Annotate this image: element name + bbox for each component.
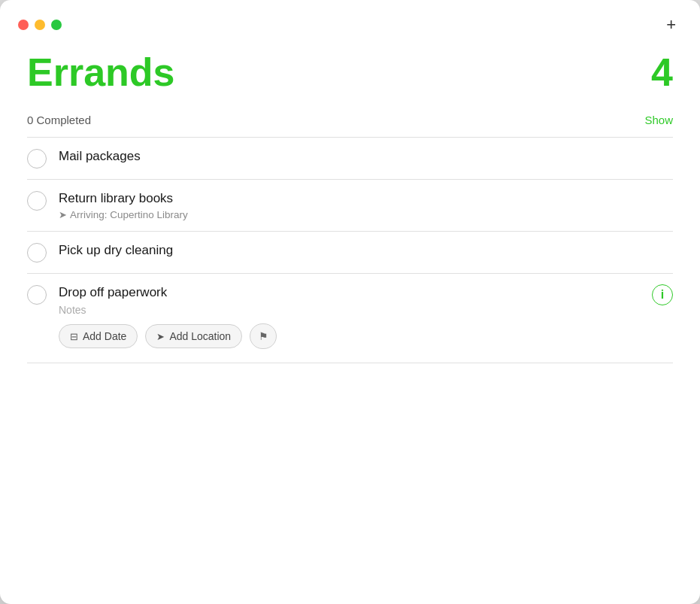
add-date-button[interactable]: ⊟ Add Date bbox=[59, 324, 138, 348]
add-location-button[interactable]: ➤ Add Location bbox=[145, 324, 242, 348]
calendar-icon: ⊟ bbox=[70, 331, 78, 342]
navigation-icon: ➤ bbox=[156, 331, 165, 342]
task-location-2: ➤ Arriving: Cupertino Library bbox=[59, 209, 673, 220]
close-button[interactable] bbox=[18, 20, 29, 30]
task-title-1: Mail packages bbox=[59, 148, 673, 165]
task-item-3: Pick up dry cleaning bbox=[27, 232, 673, 273]
task-count-badge: 4 bbox=[651, 51, 673, 94]
task-item-4: Drop off paperwork Notes ⊟ Add Date ➤ Ad… bbox=[27, 274, 673, 363]
title-bar: + bbox=[0, 0, 700, 44]
task-checkbox-3[interactable] bbox=[27, 243, 47, 263]
task-checkbox-4[interactable] bbox=[27, 285, 47, 305]
task-checkbox-2[interactable] bbox=[27, 191, 47, 211]
maximize-button[interactable] bbox=[51, 20, 62, 30]
task-item-wrapper-1: Mail packages bbox=[27, 138, 673, 180]
new-item-button[interactable]: + bbox=[660, 14, 682, 36]
task-title-2: Return library books bbox=[59, 190, 673, 207]
task-actions-4: ⊟ Add Date ➤ Add Location ⚑ bbox=[59, 323, 640, 349]
traffic-lights bbox=[18, 20, 62, 30]
minimize-button[interactable] bbox=[35, 20, 45, 30]
add-date-label: Add Date bbox=[83, 330, 126, 342]
task-divider-4 bbox=[27, 363, 673, 363]
flag-icon: ⚑ bbox=[259, 330, 268, 342]
task-location-text-2: Arriving: Cupertino Library bbox=[70, 209, 188, 220]
task-item-wrapper-4: Drop off paperwork Notes ⊟ Add Date ➤ Ad… bbox=[27, 274, 673, 363]
list-title: Errands bbox=[27, 51, 175, 94]
task-notes-4[interactable]: Notes bbox=[59, 304, 640, 316]
task-item-wrapper-3: Pick up dry cleaning bbox=[27, 232, 673, 274]
task-item-1: Mail packages bbox=[27, 138, 673, 179]
location-arrow-icon: ➤ bbox=[59, 209, 67, 220]
task-item-wrapper-2: Return library books ➤ Arriving: Cuperti… bbox=[27, 180, 673, 232]
task-body-1: Mail packages bbox=[59, 148, 673, 165]
task-title-3: Pick up dry cleaning bbox=[59, 242, 673, 259]
completed-row: 0 Completed Show bbox=[27, 106, 673, 134]
task-checkbox-1[interactable] bbox=[27, 149, 47, 168]
list-header: Errands 4 bbox=[27, 51, 673, 94]
task-title-4: Drop off paperwork bbox=[59, 284, 640, 301]
task-body-3: Pick up dry cleaning bbox=[59, 242, 673, 259]
info-icon: i bbox=[661, 288, 664, 302]
show-completed-button[interactable]: Show bbox=[644, 114, 673, 126]
task-body-4: Drop off paperwork Notes ⊟ Add Date ➤ Ad… bbox=[59, 284, 640, 349]
task-info-button-4[interactable]: i bbox=[652, 284, 673, 305]
app-window: + Errands 4 0 Completed Show Mail packag… bbox=[0, 0, 700, 604]
flag-button[interactable]: ⚑ bbox=[250, 323, 277, 349]
task-item-2: Return library books ➤ Arriving: Cuperti… bbox=[27, 180, 673, 231]
completed-label: 0 Completed bbox=[27, 114, 91, 126]
task-body-2: Return library books ➤ Arriving: Cuperti… bbox=[59, 190, 673, 220]
add-location-label: Add Location bbox=[169, 330, 231, 342]
content-area: Errands 4 0 Completed Show Mail packages bbox=[0, 44, 700, 386]
